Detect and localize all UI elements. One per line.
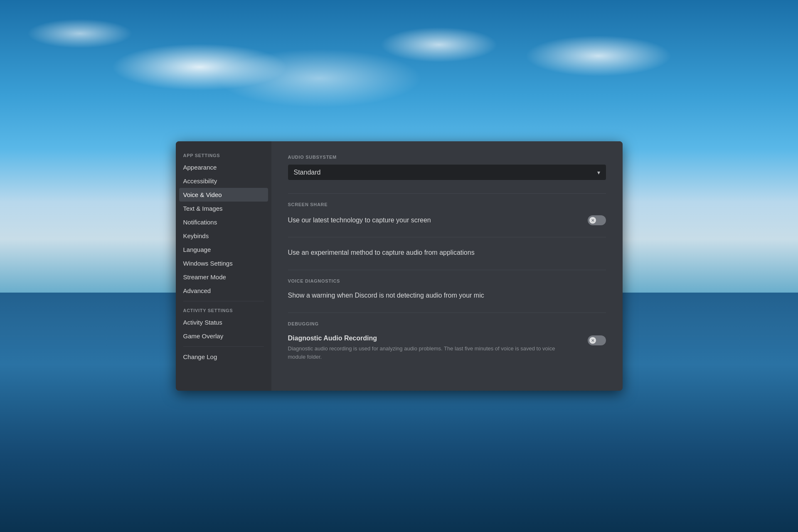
setting-row-diagnostic-audio: Diagnostic Audio Recording Diagnostic au… <box>288 331 606 364</box>
voice-diagnostics-section: VOICE DIAGNOSTICS Show a warning when Di… <box>288 278 606 303</box>
sidebar-item-keybinds[interactable]: Keybinds <box>179 229 268 243</box>
audio-subsystem-section: AUDIO SUBSYSTEM Standard Legacy Experime… <box>288 155 606 180</box>
sidebar-item-windows-settings[interactable]: Windows Settings <box>179 256 268 270</box>
sidebar-item-streamer-mode[interactable]: Streamer Mode <box>179 270 268 284</box>
audio-subsystem-select-wrapper: Standard Legacy Experimental ▾ <box>288 165 606 180</box>
screen-share-title: SCREEN SHARE <box>288 202 606 207</box>
modal-overlay: APP SETTINGS Appearance Accessibility Vo… <box>0 0 798 532</box>
diagnostic-audio-description: Diagnostic audio recording is used for a… <box>288 345 571 361</box>
sidebar-item-appearance[interactable]: Appearance <box>179 160 268 174</box>
toggle-track-diagnostic-audio[interactable]: ✕ <box>588 335 606 345</box>
sidebar-divider-2 <box>183 346 264 347</box>
app-settings-label: APP SETTINGS <box>179 150 268 160</box>
diagnostic-audio-label: Diagnostic Audio Recording <box>288 335 588 342</box>
toggle-diagnostic-audio[interactable]: ✕ <box>588 335 606 345</box>
sidebar-item-text-images[interactable]: Text & Images <box>179 202 268 215</box>
sidebar-item-game-overlay[interactable]: Game Overlay <box>179 329 268 343</box>
sidebar-item-change-log[interactable]: Change Log <box>179 350 268 364</box>
diagnostic-audio-content: Diagnostic Audio Recording Diagnostic au… <box>288 335 588 361</box>
main-content: AUDIO SUBSYSTEM Standard Legacy Experime… <box>271 141 623 391</box>
divider-4 <box>288 313 606 313</box>
sidebar-item-accessibility[interactable]: Accessibility <box>179 174 268 188</box>
setting-label-mic-warning: Show a warning when Discord is not detec… <box>288 292 606 299</box>
debugging-section: DEBUGGING Diagnostic Audio Recording Dia… <box>288 321 606 364</box>
setting-label-latest-tech: Use our latest technology to capture you… <box>288 217 588 224</box>
sidebar-item-activity-status[interactable]: Activity Status <box>179 315 268 329</box>
divider-1 <box>288 193 606 194</box>
setting-row-latest-tech: Use our latest technology to capture you… <box>288 212 606 229</box>
setting-label-experimental-audio: Use an experimental method to capture au… <box>288 249 606 256</box>
setting-row-mic-warning: Show a warning when Discord is not detec… <box>288 288 606 303</box>
toggle-latest-tech[interactable]: ✕ <box>588 215 606 225</box>
settings-modal: APP SETTINGS Appearance Accessibility Vo… <box>176 141 623 391</box>
sidebar-item-advanced[interactable]: Advanced <box>179 284 268 298</box>
debugging-title: DEBUGGING <box>288 321 606 326</box>
divider-2 <box>288 237 606 237</box>
sidebar-item-voice-video[interactable]: Voice & Video <box>179 188 268 202</box>
toggle-icon-latest-tech: ✕ <box>589 217 596 224</box>
sidebar-divider <box>183 301 264 301</box>
toggle-icon-diagnostic-audio: ✕ <box>589 337 596 344</box>
setting-row-experimental-audio: Use an experimental method to capture au… <box>288 246 606 260</box>
audio-subsystem-select[interactable]: Standard Legacy Experimental <box>288 165 606 180</box>
sidebar: APP SETTINGS Appearance Accessibility Vo… <box>176 141 271 391</box>
sidebar-item-notifications[interactable]: Notifications <box>179 215 268 229</box>
sidebar-item-language[interactable]: Language <box>179 243 268 256</box>
activity-settings-label: ACTIVITY SETTINGS <box>179 305 268 315</box>
screen-share-section: SCREEN SHARE Use our latest technology t… <box>288 202 606 260</box>
divider-3 <box>288 270 606 270</box>
audio-subsystem-title: AUDIO SUBSYSTEM <box>288 155 606 160</box>
voice-diagnostics-title: VOICE DIAGNOSTICS <box>288 278 606 283</box>
toggle-track-latest-tech[interactable]: ✕ <box>588 215 606 225</box>
